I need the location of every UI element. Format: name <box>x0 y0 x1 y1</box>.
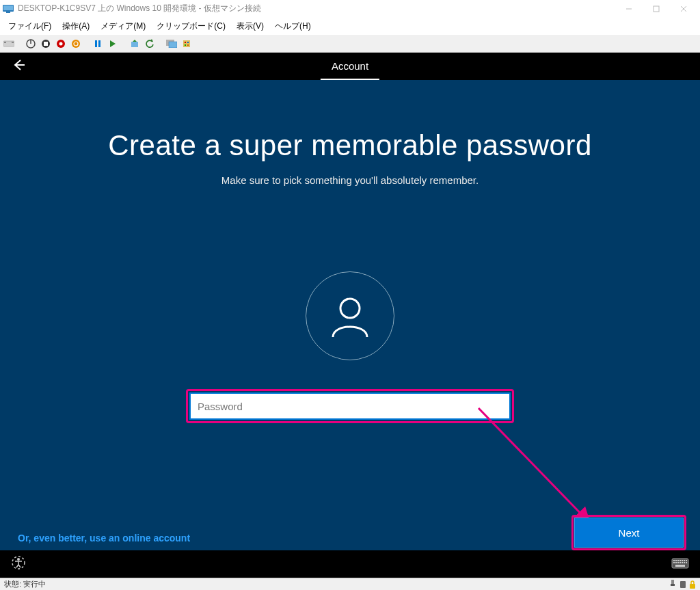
turnoff-icon[interactable] <box>40 38 52 50</box>
host-titlebar: DESKTOP-K1C9SV7 上の Windows 10 開発環境 - 仮想マ… <box>0 0 700 17</box>
password-field-wrap <box>186 389 514 423</box>
menu-view[interactable]: 表示(V) <box>231 18 269 34</box>
page-subheading: Make sure to pick something you'll absol… <box>0 174 700 186</box>
annotation-highlight-next: Next <box>571 515 686 550</box>
svg-rect-52 <box>679 562 681 563</box>
host-window-title: DESKTOP-K1C9SV7 上の Windows 10 開発環境 - 仮想マ… <box>18 3 615 14</box>
use-online-account-link[interactable]: Or, even better, use an online account <box>18 533 190 544</box>
svg-rect-55 <box>686 562 687 563</box>
host-toolbar <box>0 35 700 53</box>
oobe-tabs: Account <box>321 53 379 80</box>
svg-rect-18 <box>95 40 97 47</box>
page-heading: Create a super memorable password <box>0 80 700 162</box>
svg-rect-27 <box>185 42 186 43</box>
svg-rect-50 <box>675 562 677 563</box>
svg-rect-58 <box>671 584 675 586</box>
checkpoint-icon[interactable] <box>129 38 141 50</box>
menu-help[interactable]: ヘルプ(H) <box>269 18 317 34</box>
svg-line-34 <box>479 408 588 521</box>
next-button[interactable]: Next <box>574 518 684 548</box>
svg-rect-57 <box>671 580 674 584</box>
menu-action[interactable]: 操作(A) <box>57 18 95 34</box>
tab-account[interactable]: Account <box>321 60 379 80</box>
svg-rect-26 <box>183 40 190 47</box>
svg-rect-51 <box>677 562 679 563</box>
password-input[interactable] <box>189 392 511 420</box>
pause-icon[interactable] <box>92 38 104 50</box>
svg-point-15 <box>59 42 63 45</box>
svg-rect-13 <box>44 42 48 46</box>
svg-rect-29 <box>185 44 186 46</box>
window-controls <box>615 0 697 17</box>
next-button-wrap: Next <box>571 515 686 550</box>
vm-display: Account Create a super memorable passwor… <box>0 53 700 578</box>
svg-rect-60 <box>690 584 695 589</box>
svg-point-36 <box>17 558 20 561</box>
svg-line-40 <box>18 565 21 567</box>
oobe-header: Account <box>0 53 700 80</box>
start-icon[interactable] <box>25 38 37 50</box>
svg-rect-53 <box>682 562 683 563</box>
svg-rect-1 <box>3 5 13 10</box>
status-right-icons <box>669 580 696 589</box>
revert-icon[interactable] <box>144 38 156 50</box>
annotation-highlight-password <box>186 389 514 423</box>
svg-rect-43 <box>675 560 677 561</box>
host-statusbar: 状態: 実行中 <box>0 578 700 590</box>
svg-rect-44 <box>677 560 679 561</box>
user-avatar-icon <box>306 271 394 360</box>
svg-rect-25 <box>169 42 177 48</box>
svg-rect-28 <box>187 42 189 43</box>
svg-rect-54 <box>684 562 685 563</box>
svg-rect-47 <box>684 560 685 561</box>
svg-rect-48 <box>686 560 687 561</box>
oobe-footer <box>0 550 700 578</box>
svg-rect-2 <box>6 12 10 13</box>
status-text: 状態: 実行中 <box>4 579 46 589</box>
minimize-button[interactable] <box>615 0 643 17</box>
svg-rect-8 <box>4 42 6 43</box>
share-icon[interactable] <box>180 38 193 50</box>
ease-of-access-icon[interactable] <box>11 555 26 573</box>
enhanced-session-icon[interactable] <box>165 38 178 50</box>
lock-icon <box>689 580 696 589</box>
svg-marker-22 <box>133 40 137 42</box>
svg-rect-59 <box>680 581 686 588</box>
svg-rect-19 <box>98 40 100 47</box>
svg-rect-21 <box>131 42 138 47</box>
ctrl-alt-del-icon[interactable] <box>3 38 15 50</box>
maximize-button[interactable] <box>643 0 670 17</box>
oobe-body: Create a super memorable password Make s… <box>0 80 700 550</box>
host-menubar: ファイル(F) 操作(A) メディア(M) クリップボード(C) 表示(V) ヘ… <box>0 17 700 35</box>
svg-rect-4 <box>654 6 659 12</box>
svg-rect-45 <box>679 560 681 561</box>
save-icon[interactable] <box>70 38 82 50</box>
network-icon <box>669 580 677 589</box>
svg-rect-9 <box>12 42 14 43</box>
svg-point-32 <box>340 299 360 318</box>
back-arrow-icon[interactable] <box>11 57 26 75</box>
svg-point-16 <box>72 40 80 48</box>
menu-media[interactable]: メディア(M) <box>95 18 151 34</box>
reset-icon[interactable] <box>107 38 119 50</box>
svg-rect-56 <box>675 565 685 567</box>
svg-rect-46 <box>682 560 683 561</box>
speaker-icon <box>679 580 687 589</box>
svg-rect-30 <box>187 44 189 46</box>
shutdown-icon[interactable] <box>55 38 67 50</box>
vm-icon <box>3 5 14 13</box>
svg-rect-49 <box>673 562 675 563</box>
close-button[interactable] <box>670 0 697 17</box>
menu-file[interactable]: ファイル(F) <box>3 18 57 34</box>
svg-marker-20 <box>110 40 116 47</box>
keyboard-layout-icon[interactable] <box>671 557 689 572</box>
menu-clipboard[interactable]: クリップボード(C) <box>151 18 231 34</box>
svg-rect-42 <box>673 560 675 561</box>
